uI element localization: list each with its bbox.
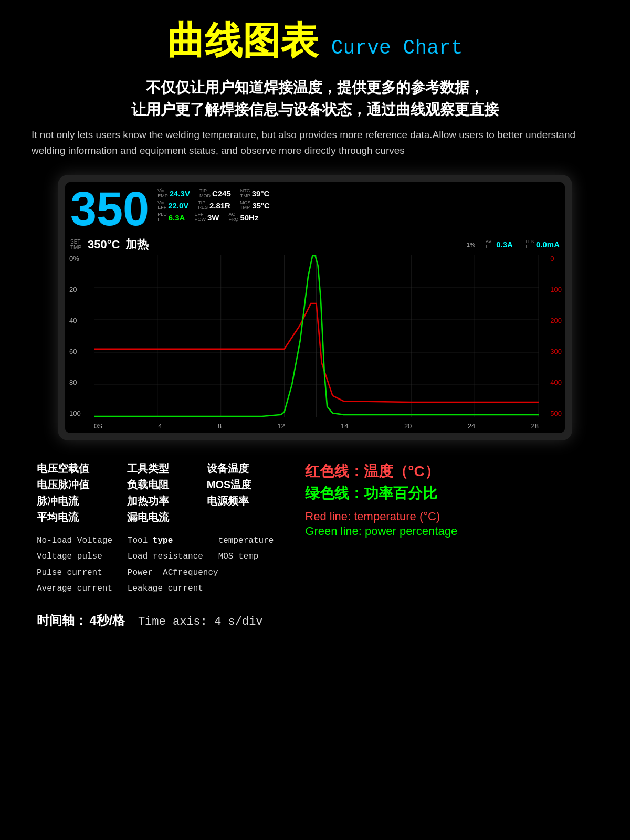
param-en-line: No-load Voltage Tool type temperature [37,533,274,549]
ac-frq-cell: AC FRQ 50Hz [228,212,258,223]
params-table: 电压空载值 工具类型 设备温度 电压脉冲值 负载电阻 MOS温度 脉冲电流 加热… [37,461,274,524]
bottom-section: 电压空载值 工具类型 设备温度 电压脉冲值 负载电阻 MOS温度 脉冲电流 加热… [32,461,598,597]
ntc-tmp-val: 39°C [252,189,270,198]
y-axis-right: 500 400 300 200 100 0 [550,255,562,417]
time-axis-chinese-label: 时间轴： [37,613,87,627]
param-label: 电压脉冲值 [37,478,111,492]
param-en-line: Voltage pulse Load resistance MOS temp [37,549,274,564]
param-label [207,510,274,524]
eff-pow-cell: EFF POW 3W [194,212,219,223]
curve-chart-svg [94,255,539,417]
heating-label: 加热 [125,237,149,253]
mos-tmp-val: 35°C [252,201,270,210]
param-en-line: Pulse current Power ACfrequency [37,565,274,581]
title-chinese: 曲线图表 [167,19,318,61]
eff-pow-val: 3W [207,213,219,222]
plu-i-val: 6.3A [169,213,185,222]
info-bar: 350 Vin EMP 24.3V [65,182,565,236]
param-label: 漏电电流 [127,510,191,524]
tip-mod-cell: TIP MOD C245 [200,188,231,199]
set-temp-val: 350°C [88,238,120,251]
ac-frq-val: 50Hz [240,213,258,222]
percent-badge: 1% [467,242,475,248]
chart-area: 100 80 60 40 20 0% 500 400 300 200 100 0 [65,255,565,433]
time-axis-section: 时间轴： 4秒/格 Time axis: 4 s/div [32,612,598,629]
desc-english: It not only lets users know the welding … [32,127,598,159]
param-label: 设备温度 [207,461,274,476]
vin-emp-val: 24.3V [170,189,190,198]
param-label: 平均电流 [37,510,111,524]
mos-tmp-cell: MOS TMP 35°C [240,201,270,211]
tip-res-cell: TIP RES 2.81R [198,201,230,211]
vin-eff-val: 22.0V [168,201,188,210]
y-axis-left: 100 80 60 40 20 0% [69,255,81,417]
tip-mod-val: C245 [212,189,231,198]
param-label: 脉冲电流 [37,494,111,508]
params-left: 电压空载值 工具类型 设备温度 电压脉冲值 负载电阻 MOS温度 脉冲电流 加热… [37,461,274,597]
x-axis: 0S 4 8 12 14 20 24 28 [94,422,539,430]
param-label: 电压空载值 [37,461,111,476]
legend-green-chinese: 绿色线：功率百分比 [305,484,593,503]
desc-chinese: 不仅仅让用户知道焊接温度，提供更多的参考数据， 让用户更了解焊接信息与设备状态，… [32,77,598,121]
title-english: Curve Chart [331,37,463,59]
param-label: 电源频率 [207,494,274,508]
vin-emp-cell: Vin EMP 24.3V [158,188,190,199]
param-label: MOS温度 [207,478,274,492]
tip-res-val: 2.81R [209,201,230,210]
param-label: 工具类型 [127,461,191,476]
ntc-tmp-cell: NTC TMP 39°C [240,188,270,199]
legend-red-english: Red line: temperature (°C) [305,510,593,523]
legend-right: 红色线：温度（°C） 绿色线：功率百分比 Red line: temperatu… [305,461,593,597]
param-en-line: Average current Leakage current [37,581,274,596]
params-english: No-load Voltage Tool type temperature Vo… [37,533,274,597]
ave-i-val: 0.3A [496,240,513,249]
param-label: 负载电阻 [127,478,191,492]
device-screen: 350 Vin EMP 24.3V [58,175,572,440]
legend-green-english: Green line: power percentage [305,524,593,538]
legend-red-chinese: 红色线：温度（°C） [305,461,593,481]
title-section: 曲线图表 Curve Chart [32,16,598,66]
plu-i-cell: PLU I 6.3A [158,212,185,223]
param-label: 加热功率 [127,494,191,508]
current-temp-display: 350 [70,185,149,233]
set-temp-bar: SET TMP 350°C 加热 1% AVE I 0.3A LEK I [65,236,565,255]
time-axis-english: Time axis: 4 s/div [138,615,263,628]
lek-i-val: 0.0mA [536,240,560,249]
time-axis-value: 4秒/格 [89,613,125,627]
vin-eff-cell: Vin EFF 22.0V [158,201,188,211]
